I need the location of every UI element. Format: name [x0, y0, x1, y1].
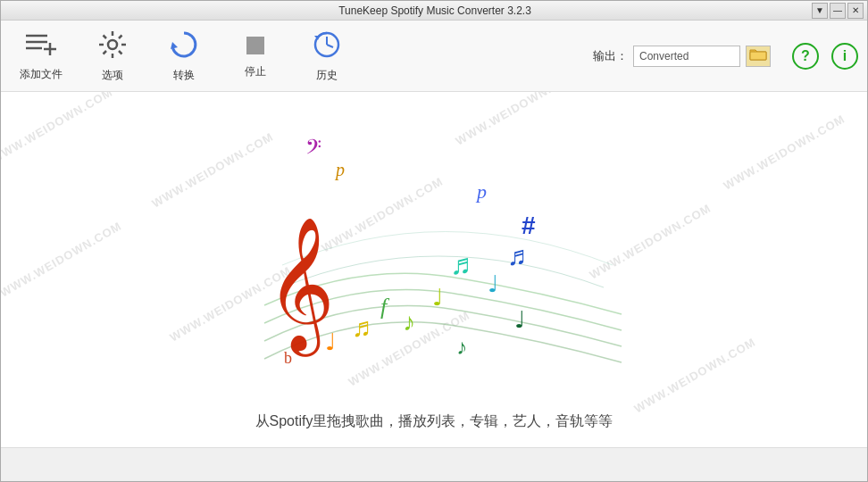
svg-line-12: [119, 35, 122, 38]
svg-marker-14: [171, 42, 178, 49]
svg-point-5: [108, 40, 117, 49]
svg-text:p: p: [475, 180, 487, 203]
close-btn[interactable]: ✕: [847, 3, 864, 19]
title-bar: TuneKeep Spotify Music Converter 3.2.3 ▼…: [1, 1, 867, 21]
svg-text:♬: ♬: [450, 248, 472, 280]
svg-text:♬: ♬: [507, 241, 528, 270]
svg-text:♪: ♪: [403, 308, 415, 336]
history-label: 历史: [316, 68, 338, 83]
window-title: TuneKeep Spotify Music Converter 3.2.3: [58, 4, 812, 17]
stop-button[interactable]: 停止: [224, 25, 287, 87]
svg-rect-20: [750, 52, 766, 60]
info-button[interactable]: i: [831, 43, 858, 70]
svg-line-10: [104, 35, 107, 38]
svg-line-13: [104, 51, 107, 54]
add-files-label: 添加文件: [20, 67, 63, 82]
svg-text:𝄢: 𝄢: [305, 136, 321, 163]
instruction-text: 从Spotify里拖拽歌曲，播放列表，专辑，艺人，音轨等等: [255, 403, 613, 440]
settings-button[interactable]: 选项: [81, 25, 144, 87]
svg-text:♪: ♪: [456, 335, 467, 359]
output-label: 输出：: [593, 48, 628, 64]
folder-icon: [749, 47, 767, 65]
svg-line-18: [327, 45, 333, 47]
svg-rect-15: [246, 37, 264, 54]
toolbar: 添加文件 选项: [1, 21, 867, 92]
window-controls[interactable]: ▼ — ✕: [812, 3, 864, 19]
convert-label: 转换: [173, 68, 195, 83]
svg-text:♩: ♩: [488, 270, 498, 297]
output-input[interactable]: [633, 46, 740, 67]
info-icon: i: [843, 48, 847, 64]
svg-text:#: #: [522, 212, 536, 239]
status-bar: [1, 447, 867, 482]
music-illustration: 𝄞 b ♩ ♬ f ♪ ♩ ♬ ♩ 𝄢 p p # ♬: [211, 100, 657, 386]
history-icon: [312, 29, 342, 64]
svg-text:b: b: [284, 349, 292, 367]
dropdown-btn[interactable]: ▼: [812, 3, 828, 19]
add-files-icon: [24, 30, 58, 63]
help-icon: ?: [801, 48, 810, 64]
output-area: 输出：: [593, 46, 771, 67]
svg-text:p: p: [334, 160, 345, 180]
settings-icon: [97, 29, 128, 64]
stop-label: 停止: [245, 64, 266, 79]
convert-icon: [169, 29, 199, 64]
convert-button[interactable]: 转换: [153, 25, 215, 87]
add-files-button[interactable]: 添加文件: [10, 25, 72, 87]
help-button[interactable]: ?: [792, 43, 819, 70]
svg-text:♩: ♩: [514, 306, 525, 333]
settings-label: 选项: [102, 68, 123, 83]
svg-text:♬: ♬: [352, 312, 372, 342]
svg-text:♩: ♩: [325, 328, 336, 355]
history-button[interactable]: 历史: [296, 25, 358, 87]
minimize-btn[interactable]: —: [830, 3, 846, 19]
svg-text:♩: ♩: [432, 284, 443, 311]
svg-line-11: [119, 51, 122, 54]
stop-icon: [245, 32, 266, 61]
folder-button[interactable]: [746, 46, 771, 67]
main-content: WWW.WEIDOWN.COM WWW.WEIDOWN.COM WWW.WEID…: [1, 92, 867, 447]
